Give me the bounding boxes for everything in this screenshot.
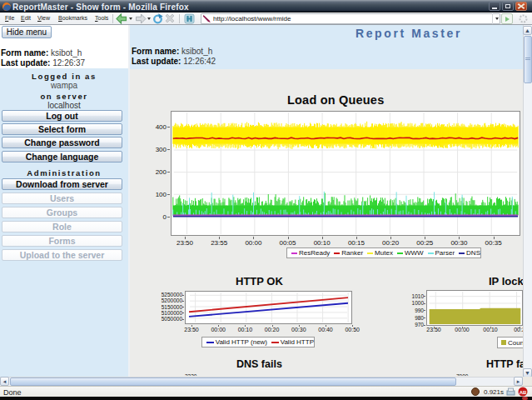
svg-text:AB: AB [520,390,527,395]
